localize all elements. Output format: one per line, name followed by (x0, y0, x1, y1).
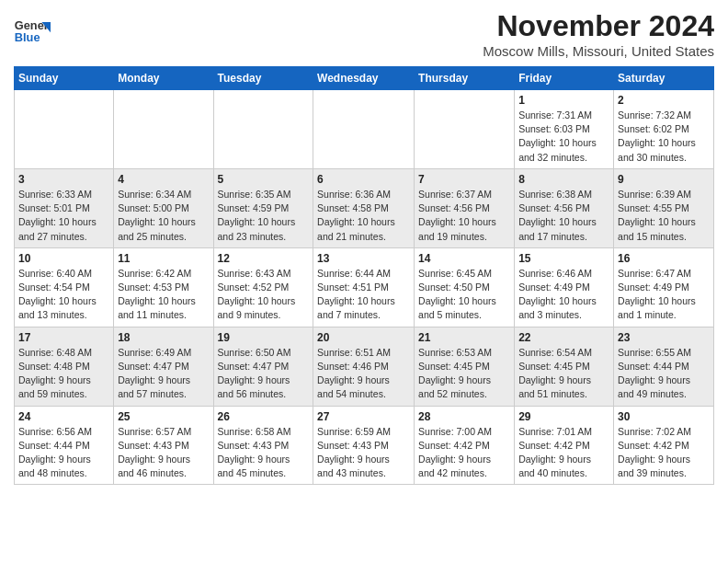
day-info: Sunrise: 7:31 AMSunset: 6:03 PMDaylight:… (518, 109, 609, 165)
day-number: 18 (118, 331, 209, 344)
day-number: 14 (418, 252, 510, 265)
week-row-4: 17Sunrise: 6:48 AMSunset: 4:48 PMDayligh… (15, 327, 714, 406)
day-number: 4 (118, 173, 209, 186)
day-info: Sunrise: 6:46 AMSunset: 4:49 PMDaylight:… (518, 267, 609, 323)
day-info: Sunrise: 6:43 AMSunset: 4:52 PMDaylight:… (218, 267, 310, 323)
day-number: 23 (618, 331, 710, 344)
day-number: 17 (18, 331, 109, 344)
day-info: Sunrise: 7:01 AMSunset: 4:42 PMDaylight:… (518, 425, 609, 481)
calendar-cell: 15Sunrise: 6:46 AMSunset: 4:49 PMDayligh… (515, 247, 614, 327)
day-info: Sunrise: 7:02 AMSunset: 4:42 PMDaylight:… (618, 425, 710, 481)
calendar-cell: 28Sunrise: 7:00 AMSunset: 4:42 PMDayligh… (415, 406, 515, 485)
calendar-cell: 5Sunrise: 6:35 AMSunset: 4:59 PMDaylight… (213, 168, 313, 247)
day-number: 10 (18, 252, 109, 265)
day-number: 5 (218, 173, 310, 186)
calendar-cell: 27Sunrise: 6:59 AMSunset: 4:43 PMDayligh… (313, 406, 415, 485)
column-header-thursday: Thursday (415, 67, 515, 90)
day-info: Sunrise: 6:44 AMSunset: 4:51 PMDaylight:… (317, 267, 410, 323)
day-info: Sunrise: 7:00 AMSunset: 4:42 PMDaylight:… (418, 425, 510, 481)
day-info: Sunrise: 6:51 AMSunset: 4:46 PMDaylight:… (317, 346, 410, 402)
day-info: Sunrise: 6:54 AMSunset: 4:45 PMDaylight:… (518, 346, 609, 402)
day-info: Sunrise: 6:42 AMSunset: 4:53 PMDaylight:… (118, 267, 209, 323)
day-info: Sunrise: 6:36 AMSunset: 4:58 PMDaylight:… (317, 188, 410, 244)
day-info: Sunrise: 6:47 AMSunset: 4:49 PMDaylight:… (618, 267, 710, 323)
title-block: November 2024 Moscow Mills, Missouri, Un… (483, 9, 714, 59)
day-number: 25 (118, 410, 209, 423)
calendar-cell: 8Sunrise: 6:38 AMSunset: 4:56 PMDaylight… (515, 168, 614, 247)
calendar-cell: 3Sunrise: 6:33 AMSunset: 5:01 PMDaylight… (15, 168, 114, 247)
day-number: 1 (518, 94, 609, 107)
day-info: Sunrise: 6:34 AMSunset: 5:00 PMDaylight:… (118, 188, 209, 244)
day-number: 2 (618, 94, 710, 107)
day-number: 21 (418, 331, 510, 344)
calendar-header: SundayMondayTuesdayWednesdayThursdayFrid… (15, 67, 714, 90)
page-title: November 2024 (483, 9, 714, 43)
calendar-cell: 12Sunrise: 6:43 AMSunset: 4:52 PMDayligh… (213, 247, 313, 327)
day-number: 26 (218, 410, 310, 423)
calendar-cell: 14Sunrise: 6:45 AMSunset: 4:50 PMDayligh… (415, 247, 515, 327)
day-info: Sunrise: 7:32 AMSunset: 6:02 PMDaylight:… (618, 109, 710, 165)
day-number: 9 (618, 173, 710, 186)
day-number: 24 (18, 410, 109, 423)
day-info: Sunrise: 6:57 AMSunset: 4:43 PMDaylight:… (118, 425, 209, 481)
calendar-cell: 29Sunrise: 7:01 AMSunset: 4:42 PMDayligh… (515, 406, 614, 485)
day-info: Sunrise: 6:33 AMSunset: 5:01 PMDaylight:… (18, 188, 109, 244)
column-header-sunday: Sunday (15, 67, 114, 90)
calendar-table: SundayMondayTuesdayWednesdayThursdayFrid… (14, 66, 714, 485)
logo: General Blue (14, 15, 51, 48)
calendar-cell: 19Sunrise: 6:50 AMSunset: 4:47 PMDayligh… (213, 327, 313, 406)
logo-icon: General Blue (14, 15, 51, 48)
calendar-cell (213, 90, 313, 169)
calendar-cell: 11Sunrise: 6:42 AMSunset: 4:53 PMDayligh… (114, 247, 213, 327)
column-header-saturday: Saturday (614, 67, 714, 90)
calendar-cell: 9Sunrise: 6:39 AMSunset: 4:55 PMDaylight… (614, 168, 714, 247)
day-number: 20 (317, 331, 410, 344)
header-row: SundayMondayTuesdayWednesdayThursdayFrid… (15, 67, 714, 90)
calendar-cell (15, 90, 114, 169)
day-info: Sunrise: 6:40 AMSunset: 4:54 PMDaylight:… (18, 267, 109, 323)
week-row-2: 3Sunrise: 6:33 AMSunset: 5:01 PMDaylight… (15, 168, 714, 247)
day-number: 22 (518, 331, 609, 344)
day-info: Sunrise: 6:38 AMSunset: 4:56 PMDaylight:… (518, 188, 609, 244)
calendar-cell: 10Sunrise: 6:40 AMSunset: 4:54 PMDayligh… (15, 247, 114, 327)
day-info: Sunrise: 6:48 AMSunset: 4:48 PMDaylight:… (18, 346, 109, 402)
page-subtitle: Moscow Mills, Missouri, United States (483, 43, 714, 59)
day-number: 7 (418, 173, 510, 186)
day-number: 8 (518, 173, 609, 186)
column-header-tuesday: Tuesday (213, 67, 313, 90)
day-info: Sunrise: 6:39 AMSunset: 4:55 PMDaylight:… (618, 188, 710, 244)
day-info: Sunrise: 6:37 AMSunset: 4:56 PMDaylight:… (418, 188, 510, 244)
column-header-wednesday: Wednesday (313, 67, 415, 90)
page-header: General Blue November 2024 Moscow Mills,… (14, 9, 714, 59)
week-row-5: 24Sunrise: 6:56 AMSunset: 4:44 PMDayligh… (15, 406, 714, 485)
calendar-cell: 16Sunrise: 6:47 AMSunset: 4:49 PMDayligh… (614, 247, 714, 327)
calendar-cell: 20Sunrise: 6:51 AMSunset: 4:46 PMDayligh… (313, 327, 415, 406)
calendar-cell: 17Sunrise: 6:48 AMSunset: 4:48 PMDayligh… (15, 327, 114, 406)
calendar-cell (114, 90, 213, 169)
day-info: Sunrise: 6:35 AMSunset: 4:59 PMDaylight:… (218, 188, 310, 244)
day-info: Sunrise: 6:56 AMSunset: 4:44 PMDaylight:… (18, 425, 109, 481)
week-row-3: 10Sunrise: 6:40 AMSunset: 4:54 PMDayligh… (15, 247, 714, 327)
calendar-cell: 26Sunrise: 6:58 AMSunset: 4:43 PMDayligh… (213, 406, 313, 485)
calendar-cell: 4Sunrise: 6:34 AMSunset: 5:00 PMDaylight… (114, 168, 213, 247)
calendar-cell: 25Sunrise: 6:57 AMSunset: 4:43 PMDayligh… (114, 406, 213, 485)
column-header-monday: Monday (114, 67, 213, 90)
calendar-cell: 18Sunrise: 6:49 AMSunset: 4:47 PMDayligh… (114, 327, 213, 406)
calendar-cell: 6Sunrise: 6:36 AMSunset: 4:58 PMDaylight… (313, 168, 415, 247)
day-info: Sunrise: 6:49 AMSunset: 4:47 PMDaylight:… (118, 346, 209, 402)
calendar-cell: 23Sunrise: 6:55 AMSunset: 4:44 PMDayligh… (614, 327, 714, 406)
day-number: 11 (118, 252, 209, 265)
calendar-cell: 1Sunrise: 7:31 AMSunset: 6:03 PMDaylight… (515, 90, 614, 169)
day-info: Sunrise: 6:58 AMSunset: 4:43 PMDaylight:… (218, 425, 310, 481)
day-info: Sunrise: 6:45 AMSunset: 4:50 PMDaylight:… (418, 267, 510, 323)
day-number: 19 (218, 331, 310, 344)
day-info: Sunrise: 6:50 AMSunset: 4:47 PMDaylight:… (218, 346, 310, 402)
column-header-friday: Friday (515, 67, 614, 90)
calendar-cell: 30Sunrise: 7:02 AMSunset: 4:42 PMDayligh… (614, 406, 714, 485)
calendar-cell: 22Sunrise: 6:54 AMSunset: 4:45 PMDayligh… (515, 327, 614, 406)
day-number: 16 (618, 252, 710, 265)
calendar-cell: 7Sunrise: 6:37 AMSunset: 4:56 PMDaylight… (415, 168, 515, 247)
day-info: Sunrise: 6:59 AMSunset: 4:43 PMDaylight:… (317, 425, 410, 481)
day-info: Sunrise: 6:53 AMSunset: 4:45 PMDaylight:… (418, 346, 510, 402)
day-number: 27 (317, 410, 410, 423)
